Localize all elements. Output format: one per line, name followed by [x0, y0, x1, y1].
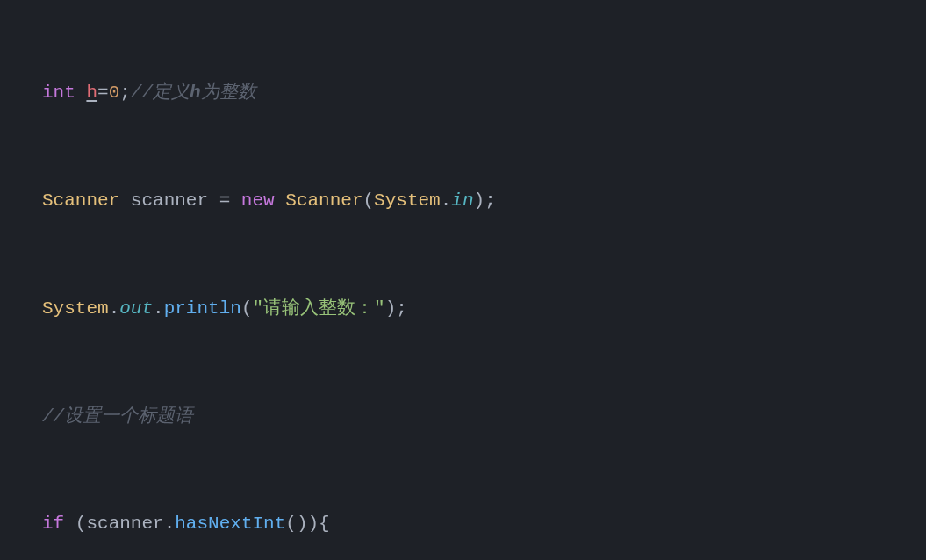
code-line: if (scanner.hasNextInt()){	[0, 506, 926, 542]
code-line: System.out.println("请输入整数：");	[0, 291, 926, 327]
keyword-new: new	[241, 183, 275, 219]
code-editor[interactable]: int h=0;//定义h为整数 Scanner scanner = new S…	[0, 0, 926, 560]
variable-scanner: scanner	[131, 183, 208, 219]
comment: //设置一个标题语	[42, 399, 193, 435]
class-scanner: Scanner	[42, 183, 119, 219]
comment: //定义h为整数	[131, 75, 256, 111]
number-literal: 0	[109, 75, 120, 111]
property-out: out	[119, 291, 153, 327]
keyword-if: if	[42, 506, 64, 542]
code-line: //设置一个标题语	[0, 399, 926, 435]
property-in: in	[451, 183, 473, 219]
keyword-int: int	[42, 75, 75, 111]
code-line: Scanner scanner = new Scanner(System.in)…	[0, 183, 926, 219]
code-line: int h=0;//定义h为整数	[0, 75, 926, 111]
function-hasnextint: hasNextInt	[175, 506, 285, 542]
function-println: println	[164, 291, 241, 327]
string-literal: "请输入整数："	[252, 291, 384, 327]
variable-h: h	[86, 75, 97, 111]
